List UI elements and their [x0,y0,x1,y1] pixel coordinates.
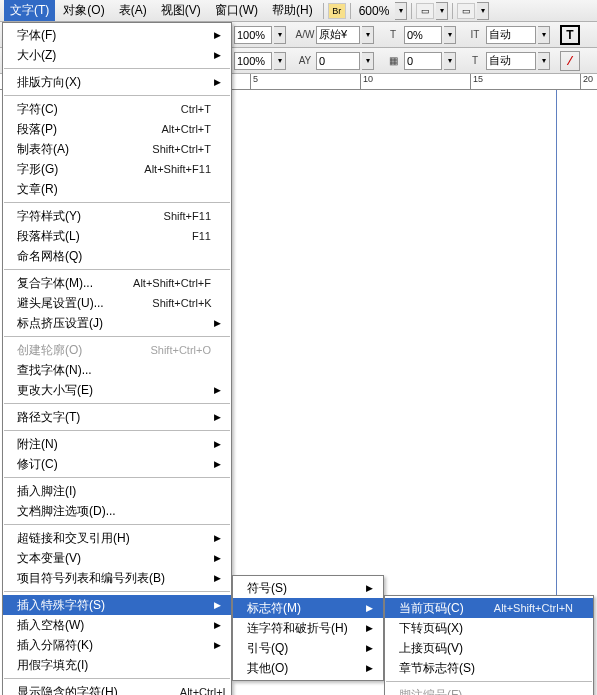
scale-x-field[interactable]: 100% [234,26,272,44]
menu-item[interactable]: 插入脚注(I) [3,481,231,501]
menu-window[interactable]: 窗口(W) [209,0,264,21]
menu-item[interactable]: 查找字体(N)... [3,360,231,380]
menu-item[interactable]: 项目符号列表和编号列表(B)▶ [3,568,231,588]
menu-item[interactable]: 路径文字(T)▶ [3,407,231,427]
scale-y-field[interactable]: 100% [234,52,272,70]
menu-item-label: 连字符和破折号(H) [247,620,366,637]
zoom-level[interactable]: 600% [355,4,394,18]
menu-item[interactable]: 段落(P)Alt+Ctrl+T [3,119,231,139]
submenu-arrow-icon: ▶ [211,620,221,630]
menu-item[interactable]: 文章(R) [3,179,231,199]
menu-item-label: 文本变量(V) [17,550,211,567]
menu-item-label: 章节标志符(S) [399,660,573,677]
text-menu-dropdown: 字体(F)▶大小(Z)▶排版方向(X)▶字符(C)Ctrl+T段落(P)Alt+… [2,22,232,695]
dropdown-icon[interactable]: ▾ [274,26,286,44]
menu-item[interactable]: 插入特殊字符(S)▶ [3,595,231,615]
ruler-tick: 10 [360,74,373,90]
menu-item[interactable]: 字形(G)Alt+Shift+F11 [3,159,231,179]
menu-help[interactable]: 帮助(H) [266,0,319,21]
grid-icon: ▦ [384,52,402,70]
submenu-arrow-icon: ▶ [363,643,373,653]
menu-item[interactable]: 更改大小写(E)▶ [3,380,231,400]
menu-shortcut: Alt+Shift+F11 [121,163,211,175]
kerning-field[interactable]: 原始¥ [316,26,360,44]
menu-item[interactable]: 超链接和交叉引用(H)▶ [3,528,231,548]
menu-item[interactable]: 符号(S)▶ [233,578,383,598]
menu-item-label: 当前页码(C) [399,600,483,617]
menu-item-label: 字形(G) [17,161,121,178]
dropdown-icon[interactable]: ▾ [362,26,374,44]
menu-item-label: 插入脚注(I) [17,483,211,500]
menu-item[interactable]: 标志符(M)▶ [233,598,383,618]
submenu-arrow-icon: ▶ [211,385,221,395]
menu-item[interactable]: 修订(C)▶ [3,454,231,474]
menu-item[interactable]: 当前页码(C)Alt+Shift+Ctrl+N [385,598,593,618]
grid-field[interactable]: 0 [404,52,442,70]
auto-field-2[interactable]: 自动 [486,52,536,70]
view-mode-1-dropdown-icon[interactable]: ▾ [436,2,448,20]
menu-item[interactable]: 附注(N)▶ [3,434,231,454]
menu-item[interactable]: 其他(O)▶ [233,658,383,678]
dropdown-icon[interactable]: ▾ [538,26,550,44]
menu-item-label: 插入特殊字符(S) [17,597,211,614]
view-mode-2-dropdown-icon[interactable]: ▾ [477,2,489,20]
menu-item[interactable]: 下转页码(X) [385,618,593,638]
menu-item[interactable]: 用假字填充(I) [3,655,231,675]
menu-shortcut: F11 [121,230,211,242]
dropdown-icon[interactable]: ▾ [444,52,456,70]
menu-item[interactable]: 大小(Z)▶ [3,45,231,65]
menu-item[interactable]: 避头尾设置(U)...Shift+Ctrl+K [3,293,231,313]
menubar: 文字(T) 对象(O) 表(A) 视图(V) 窗口(W) 帮助(H) Br 60… [0,0,597,22]
submenu-arrow-icon: ▶ [211,30,221,40]
menu-item[interactable]: 插入分隔符(K)▶ [3,635,231,655]
dropdown-icon[interactable]: ▾ [538,52,550,70]
menu-item[interactable]: 制表符(A)Shift+Ctrl+T [3,139,231,159]
menu-item[interactable]: 显示隐含的字符(H)Alt+Ctrl+I [3,682,231,695]
menu-item[interactable]: 上接页码(V) [385,638,593,658]
menu-item[interactable]: 字符(C)Ctrl+T [3,99,231,119]
menu-item[interactable]: 插入空格(W)▶ [3,615,231,635]
separator [323,3,324,19]
menu-item[interactable]: 文本变量(V)▶ [3,548,231,568]
menu-item[interactable]: 标点挤压设置(J)▶ [3,313,231,333]
menu-shortcut: Alt+Ctrl+I [136,686,226,695]
bridge-button[interactable]: Br [328,3,346,19]
bold-t-button[interactable]: T [560,25,580,45]
menu-item[interactable]: 字符样式(Y)Shift+F11 [3,206,231,226]
menu-table[interactable]: 表(A) [113,0,153,21]
menu-item[interactable]: 连字符和破折号(H)▶ [233,618,383,638]
menu-item[interactable]: 排版方向(X)▶ [3,72,231,92]
view-mode-1-icon[interactable]: ▭ [416,3,434,19]
leading-icon: T [466,52,484,70]
menu-view[interactable]: 视图(V) [155,0,207,21]
menu-item-label: 查找字体(N)... [17,362,211,379]
menu-object[interactable]: 对象(O) [57,0,110,21]
auto-field-1[interactable]: 自动 [486,26,536,44]
vscale-field[interactable]: 0% [404,26,442,44]
menu-item-label: 排版方向(X) [17,74,211,91]
menu-item[interactable]: 复合字体(M)...Alt+Shift+Ctrl+F [3,273,231,293]
menu-item-label: 大小(Z) [17,47,211,64]
menu-item[interactable]: 文档脚注选项(D)... [3,501,231,521]
menu-item[interactable]: 字体(F)▶ [3,25,231,45]
menu-item-label: 引号(Q) [247,640,363,657]
dropdown-icon[interactable]: ▾ [362,52,374,70]
menu-item-label: 文章(R) [17,181,211,198]
view-mode-2-icon[interactable]: ▭ [457,3,475,19]
menu-item[interactable]: 段落样式(L)F11 [3,226,231,246]
menu-item-label: 修订(C) [17,456,211,473]
menu-shortcut: Ctrl+T [121,103,211,115]
dropdown-icon[interactable]: ▾ [444,26,456,44]
menu-text[interactable]: 文字(T) [4,0,55,21]
dropdown-icon[interactable]: ▾ [274,52,286,70]
strike-t-button[interactable]: ∕ [560,51,580,71]
menu-item[interactable]: 引号(Q)▶ [233,638,383,658]
menu-item[interactable]: 命名网格(Q) [3,246,231,266]
menu-item[interactable]: 章节标志符(S) [385,658,593,678]
insert-special-char-submenu: 符号(S)▶标志符(M)▶连字符和破折号(H)▶引号(Q)▶其他(O)▶ [232,575,384,681]
tracking-field[interactable]: 0 [316,52,360,70]
zoom-dropdown-icon[interactable]: ▾ [395,2,407,20]
av-icon: AY [296,52,314,70]
vscale-icon: T [384,26,402,44]
menu-item-label: 段落样式(L) [17,228,121,245]
